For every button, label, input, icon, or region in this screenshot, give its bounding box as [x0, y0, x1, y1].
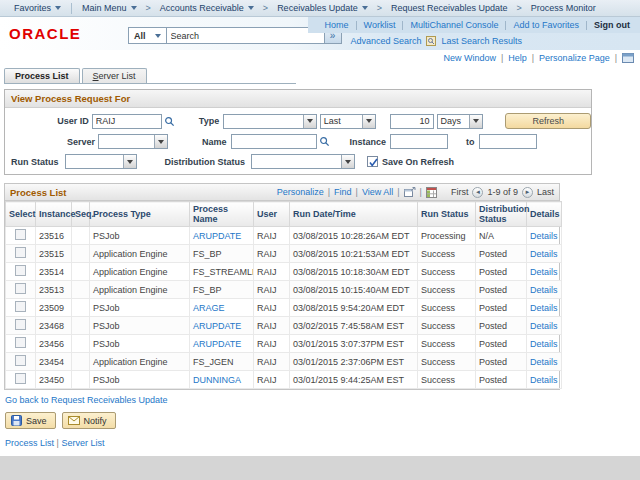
details-link[interactable]: Details	[530, 357, 558, 367]
type-select[interactable]	[223, 114, 317, 129]
view-all-link[interactable]: View All	[362, 187, 393, 197]
personalize-page-link[interactable]: Personalize Page	[539, 53, 610, 63]
last-search-results-icon	[426, 36, 436, 46]
instance-to-input[interactable]	[479, 134, 537, 149]
user-id-lookup-icon[interactable]	[164, 116, 175, 127]
row-select-checkbox[interactable]	[15, 301, 26, 312]
cell-run-datetime: 03/08/2015 9:54:20AM EDT	[290, 299, 418, 317]
cell-seq	[72, 281, 90, 299]
search-scope-dropdown[interactable]: All	[128, 27, 167, 44]
bottom-server-list-link[interactable]: Server List	[61, 438, 104, 448]
multichannel-console-link[interactable]: MultiChannel Console	[410, 20, 498, 30]
http-grid-icon[interactable]	[622, 53, 634, 63]
last-search-results-link[interactable]: Last Search Results	[441, 36, 522, 46]
filter-row-1: User ID Type Last Days Refresh	[35, 113, 591, 129]
save-button[interactable]: Save	[5, 412, 56, 429]
add-to-favorites-link[interactable]: Add to Favorites	[513, 20, 579, 30]
cell-run-status: Success	[418, 299, 476, 317]
grid-title: Process List	[10, 187, 67, 198]
col-user: User	[254, 202, 290, 227]
save-on-refresh-checkbox[interactable]	[367, 156, 378, 167]
distribution-status-select[interactable]	[251, 154, 355, 169]
details-link[interactable]: Details	[530, 231, 558, 241]
cell-user: RAIJ	[254, 263, 290, 281]
pager-prev-button[interactable]: ◄	[472, 187, 483, 198]
bottom-process-list-link[interactable]: Process List	[5, 438, 54, 448]
sign-out-link[interactable]: Sign out	[594, 20, 630, 30]
details-link[interactable]: Details	[530, 285, 558, 295]
process-name-link[interactable]: ARUPDATE	[193, 339, 241, 349]
cell-run-status: Success	[418, 335, 476, 353]
link-divider	[356, 21, 357, 30]
favorites-menu[interactable]: Favorites	[8, 3, 67, 13]
help-link[interactable]: Help	[508, 53, 527, 63]
home-link[interactable]: Home	[325, 20, 349, 30]
row-select-checkbox[interactable]	[15, 337, 26, 348]
details-link[interactable]: Details	[530, 375, 558, 385]
personalize-link[interactable]: Personalize	[277, 187, 324, 197]
details-link[interactable]: Details	[530, 339, 558, 349]
days-unit-select[interactable]: Days	[437, 114, 484, 129]
pager-last-label[interactable]: Last	[537, 187, 554, 197]
last-select[interactable]: Last	[320, 114, 376, 129]
run-status-select[interactable]	[65, 154, 137, 169]
to-label: to	[466, 137, 475, 147]
process-name-input[interactable]	[231, 134, 317, 149]
worklist-link[interactable]: Worklist	[364, 20, 396, 30]
cell-process-type: Application Engine	[90, 281, 190, 299]
instance-from-input[interactable]	[390, 134, 448, 149]
go-back-link[interactable]: Go back to Request Receivables Update	[5, 395, 168, 405]
row-select-checkbox[interactable]	[15, 265, 26, 276]
cell-process-type: PSJob	[90, 371, 190, 389]
row-select-checkbox[interactable]	[15, 373, 26, 384]
search-input[interactable]	[167, 27, 325, 44]
table-row: 23454 Application Engine FS_JGEN RAIJ 03…	[6, 353, 562, 371]
details-link[interactable]: Details	[530, 249, 558, 259]
breadcrumb-item-request-receivables-update[interactable]: Request Receivables Update	[385, 3, 514, 13]
process-name-link[interactable]: ARAGE	[193, 303, 225, 313]
link-divider	[505, 21, 506, 30]
cell-seq	[72, 371, 90, 389]
name-lookup-icon[interactable]	[319, 136, 330, 147]
distribution-status-label: Distribution Status	[165, 157, 246, 167]
tab-server-list[interactable]: Server List	[82, 68, 147, 83]
breadcrumb-item-accounts-receivable[interactable]: Accounts Receivable	[154, 3, 260, 13]
server-select[interactable]	[98, 134, 168, 149]
grid-toolbar: Personalize | Find | View All | | First …	[277, 187, 554, 198]
chevron-down-icon	[362, 6, 368, 10]
process-name-link[interactable]: ARUPDATE	[193, 231, 241, 241]
user-id-input[interactable]	[92, 114, 162, 129]
details-link[interactable]: Details	[530, 303, 558, 313]
tab-process-list[interactable]: Process List	[4, 68, 80, 83]
details-link[interactable]: Details	[530, 321, 558, 331]
groupbox-title: View Process Request For	[5, 90, 591, 108]
cell-process-type: PSJob	[90, 299, 190, 317]
cell-process-name: FS_BP	[190, 281, 254, 299]
row-select-checkbox[interactable]	[15, 319, 26, 330]
pager-next-button[interactable]: ►	[522, 187, 533, 198]
row-select-checkbox[interactable]	[15, 283, 26, 294]
breadcrumb-item-receivables-update[interactable]: Receivables Update	[271, 3, 374, 13]
find-link[interactable]: Find	[334, 187, 352, 197]
new-window-link[interactable]: New Window	[443, 53, 496, 63]
chevron-down-icon	[55, 6, 61, 10]
chevron-down-icon	[123, 155, 136, 168]
refresh-button[interactable]: Refresh	[505, 113, 591, 129]
row-select-checkbox[interactable]	[15, 229, 26, 240]
download-to-excel-icon[interactable]	[426, 187, 437, 198]
popup-window-icon[interactable]	[404, 187, 416, 197]
cell-run-datetime: 03/02/2015 7:45:58AM EST	[290, 317, 418, 335]
col-details: Details	[527, 202, 562, 227]
notify-button[interactable]: Notify	[62, 412, 116, 429]
days-count-input[interactable]	[390, 114, 434, 129]
details-link[interactable]: Details	[530, 267, 558, 277]
main-menu[interactable]: Main Menu	[76, 3, 143, 13]
chevron-down-icon	[131, 6, 137, 10]
row-select-checkbox[interactable]	[15, 355, 26, 366]
row-select-checkbox[interactable]	[15, 247, 26, 258]
process-name-link[interactable]: DUNNINGA	[193, 375, 241, 385]
process-name-link[interactable]: ARUPDATE	[193, 321, 241, 331]
pager-first-label[interactable]: First	[451, 187, 469, 197]
advanced-search-link[interactable]: Advanced Search	[350, 36, 421, 46]
cell-user: RAIJ	[254, 245, 290, 263]
